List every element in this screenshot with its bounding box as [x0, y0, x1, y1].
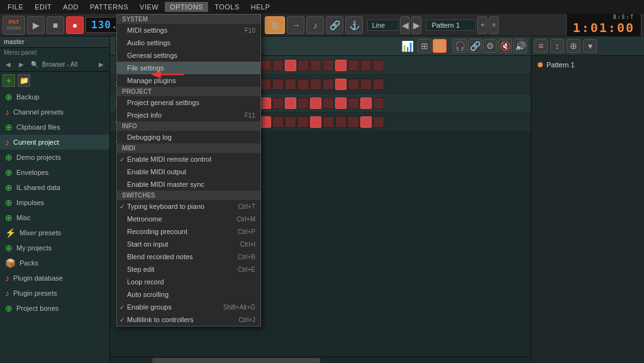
step-hat-13[interactable] — [335, 98, 347, 109]
step-kick-10[interactable] — [297, 60, 309, 71]
pp-btn-1[interactable]: ≡ — [534, 39, 548, 53]
sidebar-item-il-shared[interactable]: ⊕ IL shared data — [0, 180, 109, 195]
sidebar-item-plugin-database[interactable]: ♪ Plugin database — [0, 271, 109, 286]
step-hat-15[interactable] — [360, 98, 372, 109]
step-kick-14[interactable] — [348, 60, 359, 71]
sidebar-item-clipboard[interactable]: ⊕ Clipboard files — [0, 120, 109, 135]
h-scrollbar[interactable] — [110, 357, 531, 363]
play-button[interactable]: ▶ — [27, 16, 45, 34]
h-scrollbar-thumb[interactable] — [152, 358, 321, 363]
sidebar-item-envelopes[interactable]: ⊕ Envelopes — [0, 165, 109, 180]
step-clap-16[interactable] — [373, 79, 384, 90]
folder-icon[interactable]: 📁 — [18, 74, 30, 87]
nav-search-icon[interactable]: 🔍 — [29, 59, 40, 70]
menu-enable-midi-output[interactable]: Enable MIDI output — [117, 165, 260, 178]
menu-multilink-controllers[interactable]: ✓ Multilink to controllers Ctrl+J — [117, 313, 260, 326]
pattern-add[interactable]: + — [477, 16, 487, 34]
step-snare-12[interactable] — [323, 116, 334, 128]
step-clap-13[interactable] — [335, 79, 347, 90]
snap-btn[interactable]: ⚓ — [345, 16, 363, 34]
stop-button[interactable]: ■ — [47, 16, 64, 34]
rack-view-btn-2[interactable]: ⊟ — [433, 39, 447, 53]
pp-btn-3[interactable]: ⊕ — [567, 39, 580, 53]
step-snare-9[interactable] — [285, 116, 296, 128]
step-hat-11[interactable] — [310, 98, 321, 109]
menu-recording-precount[interactable]: Recording precount Ctrl+P — [117, 225, 260, 238]
menu-file[interactable]: FILE — [3, 2, 28, 12]
rack-link-btn[interactable]: 🔗 — [468, 39, 482, 53]
menu-help[interactable]: HELP — [246, 2, 275, 12]
menu-enable-midi-remote[interactable]: ✓ Enable MIDI remote control — [117, 153, 260, 165]
sidebar-item-backup[interactable]: ⊕ Backup — [0, 89, 109, 104]
menu-general-settings[interactable]: General settings — [117, 49, 260, 62]
rack-vol-btn[interactable]: 🔊 — [513, 39, 527, 53]
menu-debugging-log[interactable]: Debugging log — [117, 131, 260, 143]
step-snare-16[interactable] — [373, 116, 384, 128]
line-next[interactable]: ▶ — [411, 16, 421, 34]
menu-typing-keyboard[interactable]: ✓ Typing keyboard to piano Ctrl+T — [117, 200, 260, 213]
nav-arrow[interactable]: ▶ — [96, 59, 107, 70]
step-hat-9[interactable] — [285, 98, 296, 109]
step-clap-9[interactable] — [285, 79, 296, 90]
pattern-list-item-1[interactable]: Pattern 1 — [534, 59, 641, 71]
step-clap-15[interactable] — [360, 79, 372, 90]
step-hat-10[interactable] — [297, 98, 309, 109]
menu-loop-record[interactable]: Loop record — [117, 276, 260, 288]
menu-blend-recorded-notes[interactable]: Blend recorded notes Ctrl+B — [117, 250, 260, 263]
step-clap-11[interactable] — [310, 79, 321, 90]
step-snare-15[interactable] — [360, 116, 372, 128]
step-hat-7[interactable] — [260, 98, 271, 109]
menu-edit[interactable]: EDIT — [30, 2, 57, 12]
step-snare-8[interactable] — [272, 116, 284, 128]
link-btn[interactable]: 🔗 — [326, 16, 343, 34]
step-hat-16[interactable] — [373, 98, 384, 109]
step-hat-12[interactable] — [323, 98, 334, 109]
nav-back[interactable]: ◀ — [3, 59, 14, 70]
menu-enable-midi-master-sync[interactable]: Enable MIDI master sync — [117, 178, 260, 191]
step-kick-15[interactable] — [360, 60, 372, 71]
step-kick-9[interactable] — [285, 60, 296, 71]
step-kick-16[interactable] — [373, 60, 384, 71]
menu-add[interactable]: ADD — [58, 2, 84, 12]
step-snare-14[interactable] — [348, 116, 359, 128]
step-clap-14[interactable] — [348, 79, 359, 90]
menu-manage-plugins[interactable]: Manage plugins — [117, 74, 260, 87]
step-snare-7[interactable] — [260, 116, 271, 128]
record-button[interactable]: ● — [66, 16, 84, 34]
step-snare-13[interactable] — [335, 116, 347, 128]
menu-audio-settings[interactable]: Audio settings — [117, 36, 260, 49]
step-kick-11[interactable] — [310, 60, 321, 71]
step-snare-11[interactable] — [310, 116, 321, 128]
step-hat-8[interactable] — [272, 98, 284, 109]
pat-song-toggle[interactable]: PAT SONG — [3, 16, 25, 35]
step-snare-10[interactable] — [297, 116, 309, 128]
menu-file-settings[interactable]: File settings — [117, 62, 260, 74]
step-kick-8[interactable] — [272, 60, 284, 71]
sidebar-item-mixer-presets[interactable]: ⚡ Mixer presets — [0, 225, 109, 240]
sidebar-item-impulses[interactable]: ⊕ Impulses — [0, 195, 109, 210]
sidebar-item-current-project[interactable]: ♪ Current project — [0, 135, 109, 150]
route-btn[interactable]: → — [287, 16, 304, 34]
sidebar-item-my-projects[interactable]: ⊕ My projects — [0, 240, 109, 255]
menu-enable-groups[interactable]: ✓ Enable groups Shift+Alt+G — [117, 301, 260, 313]
rack-view-btn-1[interactable]: ⊞ — [418, 39, 431, 53]
menu-tools[interactable]: TOOLS — [209, 2, 245, 12]
sidebar-item-plugin-presets[interactable]: ♪ Plugin presets — [0, 286, 109, 301]
sidebar-item-packs[interactable]: 📦 Packs — [0, 255, 109, 271]
line-prev[interactable]: ◀ — [400, 16, 410, 34]
pp-btn-2[interactable]: ↕ — [550, 39, 564, 53]
menu-project-general-settings[interactable]: Project general settings — [117, 96, 260, 109]
pattern-selector[interactable]: Pattern 1 — [426, 20, 476, 31]
step-clap-7[interactable] — [260, 79, 271, 90]
nav-forward[interactable]: ▶ — [16, 59, 27, 70]
rack-settings-btn[interactable]: ⚙ — [483, 39, 497, 53]
step-kick-7[interactable] — [260, 60, 271, 71]
sidebar-item-project-bones[interactable]: ⊕ Project bones — [0, 301, 109, 316]
step-hat-14[interactable] — [348, 98, 359, 109]
pp-btn-4[interactable]: ▾ — [583, 39, 597, 53]
step-kick-13[interactable] — [335, 60, 347, 71]
step-clap-8[interactable] — [272, 79, 284, 90]
add-folder-btn[interactable]: + — [3, 74, 15, 87]
rack-mute-btn[interactable]: 🔇 — [498, 39, 512, 53]
mixer-btn[interactable]: ⊞ — [265, 16, 285, 34]
